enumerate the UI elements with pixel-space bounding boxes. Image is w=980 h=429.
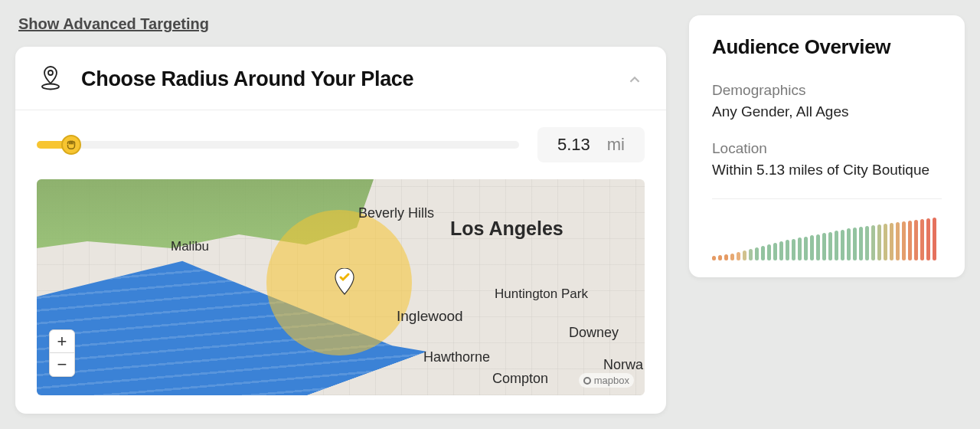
radius-slider[interactable] [37,141,519,149]
gauge-bar [884,224,887,260]
gauge-bar [828,232,832,260]
gauge-bar [865,226,869,260]
gauge-bar [761,246,765,260]
svg-point-1 [42,84,59,90]
gauge-bar [847,228,851,260]
gauge-bar [792,239,795,260]
gauge-bar [816,234,820,260]
map-label-beverly-hills: Beverly Hills [358,205,434,221]
map-label-malibu: Malibu [171,239,209,254]
radius-card: Choose Radius Around Your Place [15,47,666,414]
map-attribution-text: mapbox [594,375,629,386]
gauge-bar [712,256,716,260]
gauge-bar [933,218,936,260]
map[interactable]: Beverly Hills Los Angeles Malibu Inglewo… [37,179,645,395]
gauge-bar [718,255,722,260]
place-pin-icon [334,268,355,296]
gauge-bar [822,233,826,260]
gauge-bar [914,220,918,260]
slider-handle[interactable] [61,135,81,155]
gauge-bar [902,221,906,260]
gauge-bar [810,235,814,260]
map-pin-radius-icon [37,64,64,94]
zoom-out-button[interactable]: − [50,353,74,376]
gauge-bar [767,244,771,260]
audience-overview-card: Audience Overview Demographics Any Gende… [689,15,965,277]
gauge-bar [926,218,930,260]
gauge-bar [743,251,746,260]
gauge-bar [920,219,924,260]
zoom-control: + − [49,329,75,377]
demographics-value: Any Gender, All Ages [712,103,942,120]
divider [712,198,942,199]
map-label-hawthorne: Hawthorne [423,349,490,365]
gauge-bar [798,237,802,260]
gauge-bar [835,231,838,260]
gauge-bar [890,223,893,260]
map-attribution[interactable]: mapbox [579,373,634,388]
location-label: Location [712,140,942,157]
map-label-inglewood: Inglewood [397,308,463,325]
radius-value-box[interactable]: 5.13 mi [537,127,645,162]
gauge-bar [730,254,734,260]
map-label-los-angeles: Los Angeles [450,218,564,240]
map-label-huntington-park: Huntington Park [495,287,588,302]
advanced-targeting-link[interactable]: Show Advanced Targeting [18,15,209,33]
gauge-bar [724,254,728,260]
map-label-compton: Compton [492,371,548,387]
overview-title: Audience Overview [712,35,942,59]
gauge-bar [871,225,875,260]
gauge-bar [908,221,912,260]
gauge-bar [877,224,881,260]
radius-title: Choose Radius Around Your Place [81,67,413,91]
gauge-bar [841,230,844,260]
gauge-bar [779,241,783,260]
demographics-label: Demographics [712,82,942,99]
location-value: Within 5.13 miles of City Boutique [712,162,942,178]
audience-gauge-chart [712,218,942,260]
chevron-up-icon[interactable] [626,71,643,91]
gauge-bar [859,227,863,260]
gauge-bar [786,240,789,260]
radius-value: 5.13 [557,135,590,155]
map-label-downey: Downey [569,325,619,341]
zoom-in-button[interactable]: + [50,330,74,353]
svg-point-0 [48,70,53,75]
gauge-bar [896,222,900,260]
mapbox-logo-icon [583,377,591,385]
grab-handle-icon [64,138,78,152]
radius-unit: mi [607,135,625,155]
map-label-norwalk: Norwa [603,357,643,373]
gauge-bar [853,228,857,260]
gauge-bar [755,247,759,260]
gauge-bar [737,252,740,260]
radius-header[interactable]: Choose Radius Around Your Place [15,47,666,110]
gauge-bar [749,249,753,260]
gauge-bar [773,243,777,260]
gauge-bar [804,237,808,260]
